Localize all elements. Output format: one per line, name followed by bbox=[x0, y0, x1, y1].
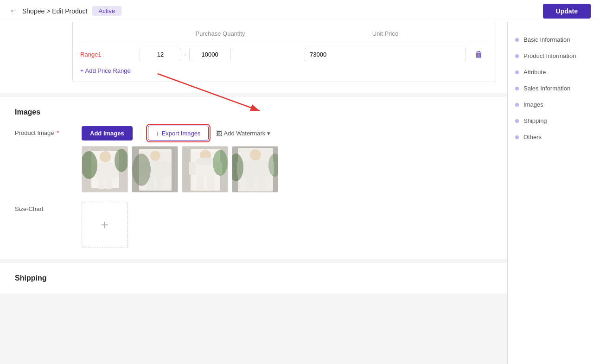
col-quantity: Purchase Quantity bbox=[140, 30, 301, 37]
svg-point-4 bbox=[100, 151, 111, 162]
size-chart-plus-icon: + bbox=[101, 217, 109, 232]
sidebar-item-product-information[interactable]: Product Information bbox=[515, 48, 593, 64]
svg-rect-17 bbox=[165, 162, 172, 177]
shipping-section-title: Shipping bbox=[15, 274, 492, 282]
sidebar-item-shipping[interactable]: Shipping bbox=[515, 113, 593, 129]
sidebar-dot bbox=[515, 87, 519, 90]
sidebar-item-label: Attribute bbox=[523, 69, 546, 76]
export-images-label: Export Images bbox=[162, 130, 201, 137]
col-empty bbox=[80, 30, 136, 37]
images-section-title: Images bbox=[15, 108, 492, 116]
svg-rect-38 bbox=[258, 177, 265, 190]
size-chart-upload[interactable]: + bbox=[82, 202, 128, 248]
size-chart-label: Size-Chart bbox=[15, 205, 43, 212]
range-from-input[interactable] bbox=[140, 48, 181, 61]
watermark-icon: 🖼 bbox=[216, 130, 222, 137]
size-chart-row: Size-Chart + bbox=[15, 202, 492, 248]
add-images-button[interactable]: Add Images bbox=[82, 126, 133, 140]
add-price-range-button[interactable]: + Add Price Range bbox=[80, 67, 131, 74]
thumb-svg-2 bbox=[132, 147, 178, 192]
sidebar-item-label: Product Information bbox=[523, 52, 576, 59]
svg-rect-29 bbox=[207, 176, 214, 190]
active-badge: Active bbox=[92, 6, 121, 16]
download-icon: ↓ bbox=[156, 129, 159, 137]
svg-point-14 bbox=[150, 151, 160, 161]
sidebar-item-others[interactable]: Others bbox=[515, 129, 593, 145]
svg-rect-8 bbox=[98, 179, 105, 189]
svg-point-20 bbox=[132, 153, 151, 186]
thumb-svg-1 bbox=[82, 147, 128, 192]
svg-point-33 bbox=[250, 149, 261, 160]
image-controls: Add Images ↓ Export Images 🖼 Add Waterma… bbox=[82, 126, 278, 192]
sidebar-item-label: Sales Information bbox=[523, 85, 570, 92]
add-watermark-label: Add Watermark bbox=[224, 130, 266, 137]
thumb-svg-3 bbox=[182, 147, 228, 192]
sidebar-item-label: Basic Information bbox=[523, 36, 570, 43]
svg-rect-26 bbox=[189, 162, 195, 175]
sidebar-dot bbox=[515, 135, 519, 139]
header-bar: ← Shopee > Edit Product Active Update bbox=[0, 0, 600, 22]
sidebar-item-basic-information[interactable]: Basic Information bbox=[515, 32, 593, 48]
image-thumbnails bbox=[82, 146, 278, 192]
thumbnail-4[interactable] bbox=[232, 146, 278, 192]
shipping-section: Shipping bbox=[0, 263, 507, 294]
sidebar: Basic Information Product Information At… bbox=[507, 22, 600, 312]
sidebar-item-label: Shipping bbox=[523, 117, 547, 124]
product-image-label: Product Image bbox=[15, 129, 54, 136]
sidebar-item-label: Images bbox=[523, 101, 543, 108]
sidebar-dot bbox=[515, 103, 519, 107]
export-images-button[interactable]: ↓ Export Images bbox=[148, 126, 209, 140]
chevron-down-icon: ▾ bbox=[267, 130, 270, 137]
sidebar-item-sales-information[interactable]: Sales Information bbox=[515, 80, 593, 96]
svg-point-11 bbox=[115, 149, 128, 172]
thumbnail-3[interactable] bbox=[182, 146, 228, 192]
content-area: Wholesale Wholesale Delete Purchase Quan… bbox=[0, 0, 507, 312]
add-watermark-button[interactable]: 🖼 Add Watermark ▾ bbox=[216, 130, 271, 137]
sidebar-item-images[interactable]: Images bbox=[515, 96, 593, 113]
update-button[interactable]: Update bbox=[543, 4, 591, 19]
sidebar-dot bbox=[515, 54, 519, 58]
thumbnail-1[interactable] bbox=[82, 146, 128, 192]
col-price: Unit Price bbox=[305, 30, 466, 37]
sidebar-dot bbox=[515, 70, 519, 74]
sidebar-dot bbox=[515, 38, 519, 42]
sidebar-item-attribute[interactable]: Attribute bbox=[515, 64, 593, 80]
images-section: Images Product Image * Add Images ↓ Expo… bbox=[0, 97, 507, 259]
sidebar-item-label: Others bbox=[523, 134, 542, 140]
col-action-header bbox=[470, 30, 488, 37]
thumbnail-2[interactable] bbox=[132, 146, 178, 192]
breadcrumb: Shopee > Edit Product bbox=[22, 7, 88, 15]
back-button[interactable]: ← bbox=[9, 6, 18, 16]
svg-rect-28 bbox=[197, 176, 204, 190]
svg-rect-34 bbox=[243, 160, 268, 177]
sidebar-dot bbox=[515, 119, 519, 123]
header-left: ← Shopee > Edit Product Active bbox=[9, 6, 121, 16]
range-separator: - bbox=[184, 51, 186, 58]
thumb-svg-4 bbox=[232, 147, 278, 192]
range-label: Range1 bbox=[80, 51, 136, 58]
svg-rect-19 bbox=[156, 179, 163, 191]
svg-rect-9 bbox=[106, 179, 112, 189]
range-to-input[interactable] bbox=[189, 48, 231, 61]
svg-rect-37 bbox=[246, 177, 253, 190]
divider bbox=[140, 127, 140, 140]
svg-point-25 bbox=[195, 158, 216, 165]
delete-row-icon[interactable]: 🗑 bbox=[475, 50, 483, 59]
unit-price-input[interactable] bbox=[305, 48, 466, 61]
svg-point-30 bbox=[213, 150, 228, 176]
product-image-row: Product Image * Add Images ↓ Export Imag… bbox=[15, 126, 492, 192]
svg-rect-5 bbox=[96, 162, 115, 179]
svg-rect-18 bbox=[147, 179, 154, 191]
required-marker: * bbox=[57, 129, 59, 136]
